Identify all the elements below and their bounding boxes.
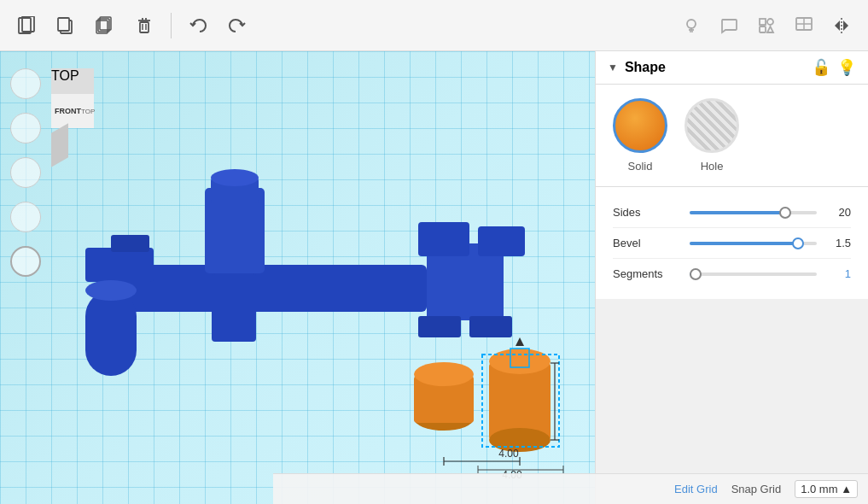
blue-right-top-right (478, 226, 525, 256)
shape-button[interactable] (750, 9, 783, 42)
hole-label: Hole (701, 160, 724, 173)
blue-left-arm (85, 248, 154, 282)
svg-rect-7 (140, 22, 149, 32)
sides-label: Sides (613, 206, 681, 219)
left-circle-5[interactable] (10, 246, 41, 277)
blue-right-bottom-right (469, 316, 512, 337)
solid-circle[interactable] (613, 98, 667, 153)
snap-grid-value[interactable]: 1.0 mm ▲ (795, 480, 858, 498)
sides-thumb[interactable] (779, 207, 791, 219)
panel-bulb-icon[interactable]: 💡 (837, 58, 856, 77)
svg-rect-17 (760, 19, 766, 25)
left-circle-4[interactable] (10, 202, 41, 232)
edit-grid-button[interactable]: Edit Grid (674, 483, 718, 495)
segments-slider-row: Segments 1 (613, 259, 851, 289)
svg-rect-18 (767, 19, 773, 25)
svg-marker-26 (843, 21, 848, 31)
bevel-slider-row: Bevel 1.5 (613, 228, 851, 259)
delete-button[interactable] (128, 9, 160, 42)
copy-button[interactable] (50, 9, 82, 42)
left-circle-3[interactable] (10, 157, 41, 188)
left-panel (0, 51, 51, 277)
svg-rect-3 (58, 18, 69, 31)
shape-selector: Solid Hole (596, 85, 868, 187)
blue-right-bottom-left (418, 316, 461, 337)
blue-horizontal-bar (111, 265, 427, 312)
canvas-area[interactable]: TOP FRONT TOP (0, 51, 595, 504)
bevel-thumb[interactable] (792, 237, 804, 249)
blue-left-round-top (85, 280, 137, 301)
panel-lock-icon[interactable]: 🔓 (812, 58, 830, 77)
blue-left-arm-top (111, 235, 149, 252)
blue-left-round (85, 290, 137, 376)
duplicate-button[interactable] (89, 9, 121, 42)
panel-title: Shape (625, 60, 805, 75)
sides-slider-row: Sides 20 (613, 197, 851, 228)
svg-rect-19 (760, 26, 766, 32)
grid-button[interactable] (788, 9, 820, 42)
segments-slider-track[interactable] (690, 273, 817, 276)
orange-tall-cyl-top (489, 349, 551, 374)
bottom-bar: Edit Grid Snap Grid 1.0 mm ▲ (273, 473, 868, 504)
bevel-slider-track[interactable] (690, 242, 817, 245)
hole-circle[interactable] (684, 98, 739, 153)
blue-top-ellipse-top (211, 169, 259, 186)
blue-right-top-left (418, 222, 469, 256)
arrow-indicator (516, 337, 524, 346)
svg-point-13 (687, 20, 696, 28)
chat-button[interactable] (713, 9, 745, 42)
segments-thumb[interactable] (690, 268, 702, 280)
new-button[interactable] (10, 9, 43, 42)
slider-section: Sides 20 Bevel 1.5 Segments (596, 187, 868, 299)
solid-label: Solid (628, 160, 653, 173)
left-circle-1[interactable] (10, 68, 41, 99)
svg-marker-20 (767, 26, 773, 32)
segments-value: 1 (825, 267, 851, 280)
panel-dropdown-arrow[interactable]: ▼ (608, 62, 618, 73)
bevel-label: Bevel (613, 237, 681, 249)
undo-button[interactable] (182, 9, 214, 42)
redo-button[interactable] (221, 9, 253, 42)
svg-marker-25 (835, 21, 840, 31)
bulb-button[interactable] (675, 9, 708, 42)
scene-svg: 4.00 4.00 (0, 51, 595, 504)
blue-lower-vertical (212, 273, 256, 342)
bevel-fill (690, 242, 798, 245)
main-area: TOP FRONT TOP (0, 51, 868, 504)
right-panel: ▼ Shape 🔓 💡 Solid Hole Sides (595, 51, 868, 504)
toolbar-right (675, 9, 858, 42)
left-circle-2[interactable] (10, 113, 41, 144)
sides-value: 20 (825, 206, 851, 219)
bevel-value: 1.5 (825, 237, 851, 249)
panel-header: ▼ Shape 🔓 💡 (596, 51, 868, 85)
sides-fill (690, 211, 785, 214)
orange-cyl-top (414, 362, 474, 386)
toolbar (0, 0, 868, 51)
hole-option[interactable]: Hole (684, 98, 739, 173)
snap-grid-label: Snap Grid (731, 483, 782, 495)
mirror-button[interactable] (825, 9, 858, 42)
dim-text-h: 4.00 (498, 448, 519, 460)
sides-slider-track[interactable] (690, 211, 817, 214)
solid-option[interactable]: Solid (613, 98, 667, 173)
segments-label: Segments (613, 267, 681, 280)
